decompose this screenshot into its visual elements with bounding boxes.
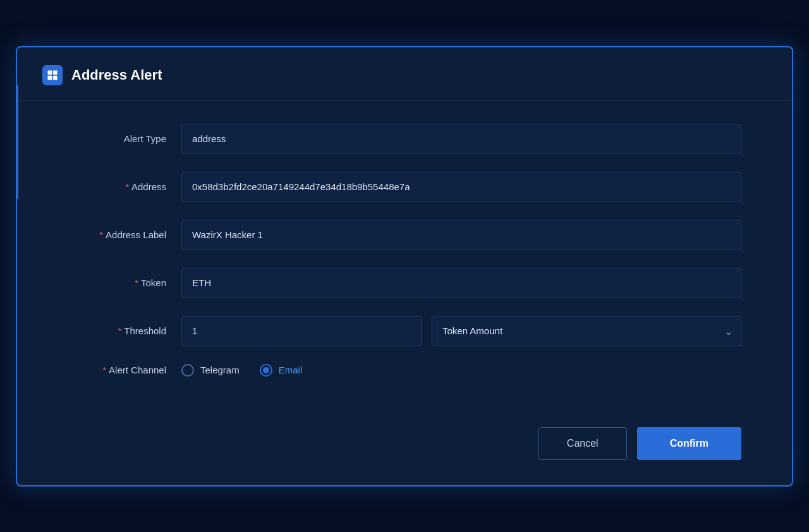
- address-label-input[interactable]: [181, 220, 741, 250]
- alert-channel-label: *Alert Channel: [68, 365, 181, 375]
- alert-channel-required-star: *: [102, 365, 106, 375]
- dialog-title: Address Alert: [71, 67, 162, 83]
- threshold-required-star: *: [118, 325, 121, 336]
- address-label: *Address: [68, 181, 181, 192]
- threshold-select-wrapper: Token Amount USD Value ⌄: [432, 316, 741, 346]
- address-row: *Address: [68, 172, 741, 202]
- telegram-radio-button[interactable]: [181, 364, 194, 377]
- email-radio-inner: [263, 367, 269, 373]
- alert-channel-row: *Alert Channel Telegram Email: [68, 364, 741, 377]
- address-label-row: *Address Label: [68, 220, 741, 250]
- alert-type-input[interactable]: [181, 124, 741, 154]
- address-required-star: *: [125, 181, 129, 192]
- dialog-body: Alert Type *Address *Address Label: [17, 101, 792, 420]
- email-radio-option[interactable]: Email: [260, 364, 303, 377]
- token-required-star: *: [135, 277, 138, 288]
- telegram-radio-option[interactable]: Telegram: [181, 364, 240, 377]
- alert-icon: [42, 65, 63, 85]
- telegram-radio-label: Telegram: [200, 365, 240, 375]
- confirm-button[interactable]: Confirm: [637, 427, 741, 460]
- svg-rect-2: [48, 75, 52, 80]
- left-accent-decoration: [16, 85, 18, 199]
- threshold-input[interactable]: [181, 316, 422, 346]
- dialog-footer: Cancel Confirm: [17, 427, 792, 485]
- dialog-header: Address Alert: [17, 47, 792, 101]
- cancel-button[interactable]: Cancel: [538, 427, 627, 460]
- address-label-field-label: *Address Label: [68, 229, 181, 240]
- threshold-label: *Threshold: [68, 325, 181, 336]
- token-label: *Token: [68, 277, 181, 288]
- email-radio-label: Email: [279, 365, 303, 375]
- address-label-required-star: *: [99, 229, 103, 240]
- token-row: *Token: [68, 268, 741, 298]
- address-alert-dialog: Address Alert Alert Type *Address *Addre…: [16, 46, 793, 487]
- svg-rect-1: [53, 70, 58, 75]
- address-input[interactable]: [181, 172, 741, 202]
- email-radio-button[interactable]: [260, 364, 272, 377]
- alert-type-row: Alert Type: [68, 124, 741, 154]
- alert-channel-radio-group: Telegram Email: [181, 364, 302, 377]
- threshold-row: *Threshold Token Amount USD Value ⌄: [68, 316, 741, 346]
- threshold-controls: Token Amount USD Value ⌄: [181, 316, 741, 346]
- token-input[interactable]: [181, 268, 741, 298]
- alert-type-label: Alert Type: [68, 133, 181, 144]
- svg-rect-3: [53, 75, 58, 80]
- svg-rect-0: [48, 70, 52, 75]
- dialog-overlay: Address Alert Alert Type *Address *Addre…: [0, 0, 809, 532]
- threshold-type-select[interactable]: Token Amount USD Value: [432, 316, 741, 346]
